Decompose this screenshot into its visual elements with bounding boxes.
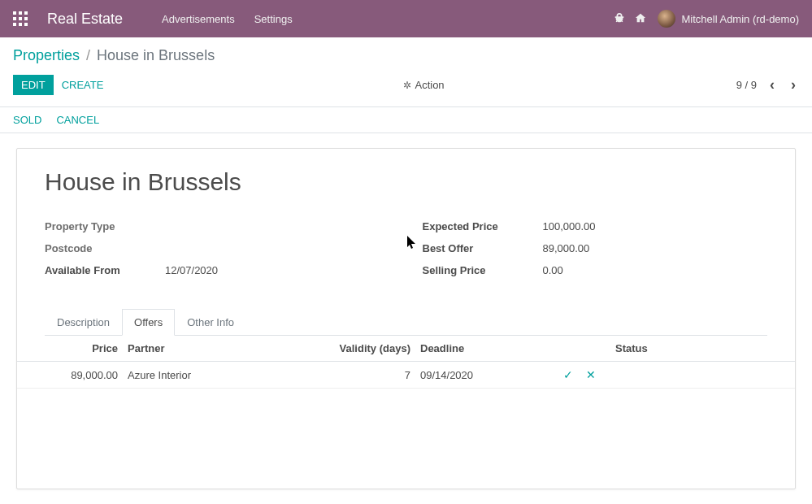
breadcrumb-separator: / (86, 47, 90, 64)
refuse-offer-icon[interactable]: ✕ (581, 368, 601, 381)
apps-icon[interactable] (13, 11, 28, 26)
cell-price: 89,000.00 (17, 362, 123, 389)
label-postcode: Postcode (45, 242, 165, 258)
gear-icon (403, 79, 411, 91)
col-validity[interactable]: Validity (days) (326, 336, 415, 362)
table-header-row: Price Partner Validity (days) Deadline S… (17, 336, 795, 362)
label-selling-price: Selling Price (423, 264, 543, 280)
group-left: Property Type Postcode Available From 12… (45, 220, 390, 286)
statusbar: SOLD CANCEL (0, 106, 812, 133)
avatar (658, 10, 675, 28)
breadcrumb-current: House in Brussels (97, 47, 215, 64)
sold-button[interactable]: SOLD (13, 114, 41, 126)
pager-next-icon[interactable]: › (788, 76, 799, 93)
label-property-type: Property Type (45, 220, 165, 236)
cell-partner: Azure Interior (123, 362, 326, 389)
tab-description[interactable]: Description (45, 309, 122, 335)
pager-text[interactable]: 9 / 9 (736, 79, 757, 91)
action-label: Action (415, 79, 444, 91)
main-navbar: Real Estate Advertisements Settings Mitc… (0, 0, 812, 37)
value-available-from: 12/07/2020 (165, 264, 218, 280)
tab-other-info[interactable]: Other Info (175, 309, 246, 335)
user-menu[interactable]: Mitchell Admin (rd-demo) (658, 10, 800, 28)
label-available-from: Available From (45, 264, 165, 280)
form-sheet: House in Brussels Property Type Postcode… (16, 148, 796, 489)
table-row[interactable]: 89,000.00 Azure Interior 7 09/14/2020 ✓ … (17, 362, 795, 389)
breadcrumb: Properties / House in Brussels (13, 47, 799, 64)
offers-table: Price Partner Validity (days) Deadline S… (17, 336, 795, 389)
col-status[interactable]: Status (610, 336, 795, 362)
label-expected-price: Expected Price (423, 220, 543, 236)
breadcrumb-parent[interactable]: Properties (13, 47, 80, 64)
record-title: House in Brussels (45, 168, 767, 196)
cell-actions: ✓ ✕ (554, 362, 610, 389)
control-panel: Properties / House in Brussels EDIT CREA… (0, 37, 812, 97)
action-dropdown[interactable]: Action (403, 79, 444, 91)
pager-prev-icon[interactable]: ‹ (766, 76, 778, 93)
col-price[interactable]: Price (17, 336, 123, 362)
tab-offers[interactable]: Offers (122, 309, 175, 336)
create-button[interactable]: CREATE (54, 75, 112, 95)
tabs: Description Offers Other Info (45, 309, 767, 336)
user-name: Mitchell Admin (rd-demo) (682, 13, 800, 25)
cancel-button[interactable]: CANCEL (56, 114, 99, 126)
cell-deadline: 09/14/2020 (415, 362, 554, 389)
menu-settings[interactable]: Settings (254, 13, 293, 25)
col-actions (554, 336, 610, 362)
form-sheet-bg: House in Brussels Property Type Postcode… (0, 133, 812, 504)
home-icon[interactable] (635, 12, 646, 26)
col-partner[interactable]: Partner (123, 336, 326, 362)
menu-advertisements[interactable]: Advertisements (162, 13, 235, 25)
label-best-offer: Best Offer (423, 242, 543, 258)
group-right: Expected Price 100,000.00 Best Offer 89,… (423, 220, 768, 286)
debug-icon[interactable] (614, 12, 625, 26)
col-deadline[interactable]: Deadline (415, 336, 554, 362)
value-selling-price: 0.00 (543, 264, 563, 280)
value-best-offer: 89,000.00 (543, 242, 590, 258)
cell-status (610, 362, 795, 389)
value-expected-price: 100,000.00 (543, 220, 596, 236)
accept-offer-icon[interactable]: ✓ (558, 368, 578, 381)
cell-validity: 7 (326, 362, 415, 389)
app-brand[interactable]: Real Estate (47, 11, 123, 28)
edit-button[interactable]: EDIT (13, 75, 54, 95)
